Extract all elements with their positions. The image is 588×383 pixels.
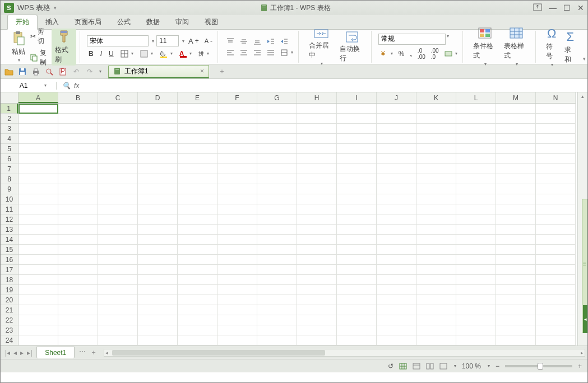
tab-view[interactable]: 视图 bbox=[197, 15, 226, 29]
cell[interactable] bbox=[257, 184, 297, 194]
cell[interactable] bbox=[377, 285, 416, 295]
cell[interactable] bbox=[217, 265, 257, 275]
cell[interactable] bbox=[416, 214, 456, 225]
cell[interactable] bbox=[178, 164, 217, 174]
cell[interactable] bbox=[416, 335, 456, 345]
underline-button[interactable]: U bbox=[107, 49, 115, 58]
cell[interactable] bbox=[217, 325, 257, 335]
zoom-knob[interactable] bbox=[538, 363, 543, 370]
column-header[interactable]: J bbox=[377, 92, 416, 103]
cell[interactable] bbox=[536, 325, 576, 335]
cell[interactable] bbox=[337, 305, 377, 315]
cell[interactable] bbox=[536, 184, 576, 194]
cell[interactable] bbox=[217, 335, 257, 345]
cell[interactable] bbox=[377, 214, 416, 225]
italic-button[interactable]: I bbox=[99, 49, 104, 58]
row-header[interactable]: 10 bbox=[1, 194, 18, 204]
cell[interactable] bbox=[58, 225, 98, 235]
scientific-button[interactable]: ▾ bbox=[443, 47, 459, 60]
cell[interactable] bbox=[337, 225, 377, 235]
cell[interactable] bbox=[496, 335, 536, 345]
cell[interactable] bbox=[456, 225, 496, 235]
row-header[interactable]: 22 bbox=[1, 315, 18, 325]
cell[interactable] bbox=[496, 174, 536, 184]
column-header[interactable]: K bbox=[416, 92, 456, 103]
cell[interactable] bbox=[536, 154, 576, 164]
cell[interactable] bbox=[178, 265, 217, 275]
cell[interactable] bbox=[98, 305, 138, 315]
settings-icon[interactable]: ▾ bbox=[454, 363, 456, 368]
cell[interactable] bbox=[257, 315, 297, 325]
number-format-select[interactable] bbox=[378, 34, 446, 45]
cell[interactable] bbox=[98, 194, 138, 204]
cell[interactable] bbox=[178, 154, 217, 164]
cell[interactable] bbox=[377, 114, 416, 124]
cell[interactable] bbox=[456, 144, 496, 154]
column-header[interactable]: C bbox=[98, 92, 138, 103]
cell[interactable] bbox=[178, 295, 217, 305]
cell[interactable] bbox=[18, 214, 58, 225]
cell[interactable] bbox=[18, 235, 58, 245]
cell[interactable] bbox=[496, 194, 536, 204]
cells-area[interactable] bbox=[18, 104, 577, 345]
cell[interactable] bbox=[58, 214, 98, 225]
cut-button[interactable]: ✂剪切 bbox=[29, 26, 52, 46]
cell[interactable] bbox=[536, 235, 576, 245]
cell[interactable] bbox=[178, 184, 217, 194]
cell[interactable] bbox=[58, 114, 98, 124]
cell[interactable] bbox=[297, 114, 337, 124]
column-header[interactable]: A bbox=[18, 92, 58, 103]
cell[interactable] bbox=[18, 144, 58, 154]
cell[interactable] bbox=[377, 235, 416, 245]
cell[interactable] bbox=[536, 295, 576, 305]
cell[interactable] bbox=[138, 134, 178, 144]
cell[interactable] bbox=[496, 275, 536, 285]
cell[interactable] bbox=[496, 184, 536, 194]
cell[interactable] bbox=[416, 225, 456, 235]
cell[interactable] bbox=[98, 315, 138, 325]
cell[interactable] bbox=[257, 335, 297, 345]
cell[interactable] bbox=[456, 235, 496, 245]
column-header[interactable]: L bbox=[456, 92, 496, 103]
increase-font-button[interactable]: A+ bbox=[187, 36, 201, 46]
cell[interactable] bbox=[217, 315, 257, 325]
cell[interactable] bbox=[297, 104, 337, 114]
border-button[interactable]: ▾ bbox=[119, 49, 135, 58]
cell[interactable] bbox=[178, 124, 217, 134]
cell[interactable] bbox=[58, 235, 98, 245]
cell[interactable] bbox=[337, 214, 377, 225]
cell[interactable] bbox=[496, 204, 536, 214]
cell[interactable] bbox=[58, 174, 98, 184]
cell[interactable] bbox=[58, 245, 98, 255]
cell[interactable] bbox=[496, 134, 536, 144]
cell[interactable] bbox=[536, 124, 576, 134]
cell[interactable] bbox=[217, 285, 257, 295]
font-color-button[interactable]: A▾ bbox=[178, 49, 194, 58]
cell[interactable] bbox=[496, 235, 536, 245]
cell[interactable] bbox=[416, 235, 456, 245]
row-header[interactable]: 13 bbox=[1, 225, 18, 235]
cell[interactable] bbox=[377, 255, 416, 265]
align-middle-button[interactable] bbox=[238, 37, 249, 46]
cell[interactable] bbox=[536, 204, 576, 214]
cell[interactable] bbox=[257, 124, 297, 134]
cell[interactable] bbox=[416, 315, 456, 325]
justify-button[interactable] bbox=[265, 48, 276, 57]
cell[interactable] bbox=[416, 174, 456, 184]
cell[interactable] bbox=[178, 225, 217, 235]
cell[interactable] bbox=[456, 184, 496, 194]
cell[interactable] bbox=[217, 174, 257, 184]
cell[interactable] bbox=[178, 325, 217, 335]
row-header[interactable]: 18 bbox=[1, 275, 18, 285]
cell[interactable] bbox=[217, 275, 257, 285]
cell[interactable] bbox=[18, 104, 58, 114]
cell[interactable] bbox=[217, 305, 257, 315]
cell[interactable] bbox=[456, 335, 496, 345]
cell[interactable] bbox=[98, 154, 138, 164]
zoom-in-button[interactable]: + bbox=[578, 362, 582, 370]
cell[interactable] bbox=[138, 204, 178, 214]
cell[interactable] bbox=[98, 174, 138, 184]
cell[interactable] bbox=[456, 305, 496, 315]
cell[interactable] bbox=[58, 154, 98, 164]
cell[interactable] bbox=[456, 255, 496, 265]
